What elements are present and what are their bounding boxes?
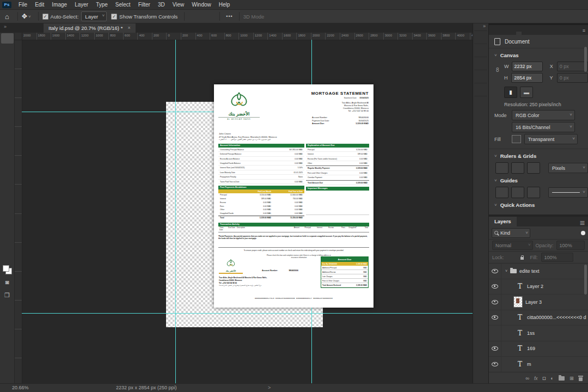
3d-panel-icon[interactable] <box>474 96 487 109</box>
zoom-tool[interactable] <box>1 241 14 252</box>
guides-section-header[interactable]: ˅Guides <box>489 174 588 185</box>
menu-item[interactable]: 3D <box>154 0 169 9</box>
guide-style-dropdown[interactable] <box>548 187 588 198</box>
layer-name[interactable]: 1ss <box>527 330 535 336</box>
layer-style-icon[interactable]: fx <box>534 376 538 381</box>
history-brush-tool[interactable] <box>1 137 14 148</box>
link-dimensions-icon[interactable]: 8 <box>496 67 499 73</box>
kind-filter-dropdown[interactable]: Kind <box>492 228 530 238</box>
guide-layout-icon[interactable] <box>495 187 509 198</box>
layers-menu-icon[interactable]: ≡ <box>577 217 588 226</box>
guide-clear-icon[interactable] <box>527 187 540 198</box>
visibility-toggle[interactable] <box>489 341 501 357</box>
ruler-corner-icon[interactable] <box>495 162 509 174</box>
gradient-tool[interactable] <box>1 158 14 168</box>
menu-item[interactable]: View <box>169 0 188 9</box>
layer-row-m[interactable]: T m <box>489 357 588 372</box>
grid-icon[interactable] <box>511 162 524 174</box>
blur-tool[interactable] <box>1 168 14 179</box>
layer-name[interactable]: edite text <box>519 268 540 274</box>
layer-row-layer-3[interactable]: T Layer 3 <box>489 295 588 310</box>
pixel-grid-icon[interactable] <box>527 162 540 174</box>
guide-horizontal-2[interactable] <box>22 313 473 314</box>
canvas-section-header[interactable]: ˅Canvas <box>489 48 588 60</box>
pen-tool[interactable] <box>1 189 14 199</box>
eyedropper-tool[interactable] <box>1 96 14 106</box>
dodge-tool[interactable] <box>1 179 14 189</box>
crop-tool[interactable] <box>1 75 14 85</box>
height-field[interactable]: 2854 px <box>511 73 542 83</box>
menu-item[interactable]: Window <box>188 0 215 9</box>
edit-toolbar-icon[interactable] <box>1 252 14 262</box>
lasso-tool[interactable] <box>1 54 14 64</box>
units-dropdown[interactable]: Pixels <box>548 163 588 173</box>
layer-row-citta[interactable]: T citta000000...<<<<<<<<0 d <box>489 310 588 326</box>
quick-selection-tool[interactable] <box>1 64 14 75</box>
document-tab[interactable]: Italy id.psd @ 20.7% (RGB/16) * × <box>44 23 136 33</box>
color-swatches[interactable] <box>3 265 12 274</box>
bit-depth-dropdown[interactable]: 16 Bits/Channel <box>512 122 575 132</box>
screen-mode-icon[interactable]: ❐ <box>1 290 14 301</box>
properties-scrollbar[interactable] <box>584 47 587 211</box>
home-icon[interactable]: ⌂ <box>5 13 9 21</box>
menu-item[interactable]: Edit <box>31 0 48 9</box>
character-panel-icon[interactable] <box>474 57 487 70</box>
new-group-icon[interactable] <box>559 376 565 381</box>
show-transform-checkbox[interactable]: ✓ <box>111 14 117 20</box>
path-select-tool[interactable] <box>1 210 14 220</box>
new-layer-icon[interactable]: ⊞ <box>569 375 574 381</box>
rectangle-tool[interactable] <box>1 220 14 231</box>
quick-actions-section-header[interactable]: ˅Quick Actions <box>489 198 588 210</box>
canvas-area[interactable]: 2000180016001400120010008006004002000200… <box>15 33 473 384</box>
blend-mode-dropdown[interactable]: Normal <box>492 241 533 250</box>
history-panel-icon[interactable] <box>474 30 487 44</box>
layer-name[interactable]: citta000000...<<<<<<<<0 d <box>527 315 586 320</box>
collapse-panels-icon[interactable]: » <box>483 23 486 29</box>
guide-horizontal-1[interactable] <box>22 112 214 112</box>
brush-tool[interactable] <box>1 117 14 127</box>
layer-mask-icon[interactable]: ◘ <box>543 375 546 381</box>
link-layers-icon[interactable]: ∞ <box>525 375 529 381</box>
adjustment-layer-icon[interactable]: ◐ <box>550 375 554 381</box>
layer-name[interactable]: Layer 2 <box>527 284 543 289</box>
layer-row-layer-2[interactable]: T Layer 2 <box>489 279 588 295</box>
landscape-orientation-button[interactable]: ▬ <box>520 87 533 98</box>
more-options-icon[interactable]: ••• <box>226 14 232 19</box>
zoom-level[interactable]: 20.66% <box>12 385 29 390</box>
layer-group-edite-text[interactable]: ˅ T edite text <box>489 264 588 279</box>
layers-tab[interactable]: Layers <box>489 217 517 226</box>
mortgage-statement-document[interactable]: الأخضر بنك AL AKHDAR BANK MORTGAGE STATE… <box>214 84 373 308</box>
menu-item[interactable]: Help <box>215 0 234 9</box>
clone-stamp-tool[interactable] <box>1 127 14 137</box>
glyphs-panel-icon[interactable] <box>474 83 487 96</box>
quick-mask-icon[interactable]: ◙ <box>1 277 14 287</box>
menu-item[interactable]: Filter <box>134 0 154 9</box>
paragraph-panel-icon[interactable] <box>474 70 487 83</box>
frame-tool[interactable] <box>1 85 14 95</box>
visibility-toggle[interactable] <box>489 357 501 372</box>
expand-panels-icon[interactable]: » <box>4 24 7 29</box>
pasteboard[interactable]: الأخضر بنك AL AKHDAR BANK MORTGAGE STATE… <box>22 40 473 384</box>
rotate-view-tool[interactable] <box>1 231 14 241</box>
auto-select-checkbox[interactable]: ✓ <box>42 14 48 20</box>
color-mode-dropdown[interactable]: RGB Color <box>512 110 575 120</box>
foreground-color-swatch[interactable] <box>3 265 9 272</box>
fill-swatch[interactable] <box>512 135 521 143</box>
move-tool[interactable] <box>1 33 14 44</box>
visibility-toggle[interactable] <box>489 279 501 295</box>
layer-name[interactable]: m <box>527 362 531 367</box>
fill-dropdown[interactable]: Transparent <box>524 134 578 144</box>
auto-select-target-dropdown[interactable]: Layer <box>81 11 107 21</box>
eraser-tool[interactable] <box>1 148 14 158</box>
menu-item[interactable]: Select <box>112 0 134 9</box>
visibility-toggle[interactable] <box>489 310 501 326</box>
layer-row-169[interactable]: T 169 <box>489 341 588 357</box>
menu-item[interactable]: File <box>15 0 31 9</box>
layer-name[interactable]: 169 <box>527 346 535 351</box>
layer-name[interactable]: Layer 3 <box>525 299 542 305</box>
visibility-toggle[interactable] <box>489 326 501 341</box>
portrait-orientation-button[interactable]: ▮ <box>504 87 517 98</box>
opacity-field[interactable]: 100% <box>556 241 585 250</box>
lock-all-icon[interactable] <box>520 257 524 260</box>
visibility-toggle[interactable] <box>489 295 501 310</box>
